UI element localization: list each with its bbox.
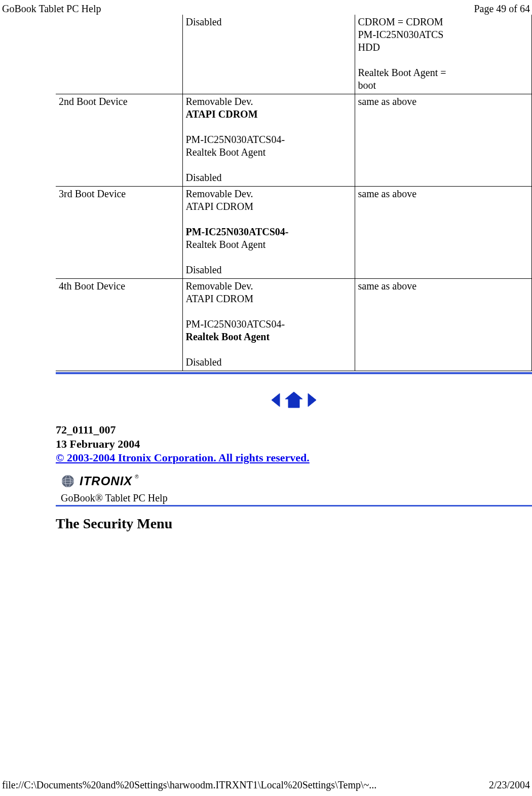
cell-label: 4th Boot Device	[56, 279, 182, 371]
blank	[186, 251, 352, 264]
option-text: Removable Dev.	[186, 188, 352, 200]
brand-logo: ITRONIX ®	[61, 474, 532, 488]
globe-icon	[61, 474, 75, 488]
svg-marker-0	[272, 393, 280, 407]
security-heading: The Security Menu	[56, 516, 532, 532]
cell-options: Removable Dev. ATAPI CDROM PM-IC25N030AT…	[182, 279, 355, 371]
cell-label: 3rd Boot Device	[56, 187, 182, 279]
prev-icon[interactable]	[271, 393, 284, 405]
section-divider	[56, 372, 532, 374]
footer-date: 2/23/2004	[489, 779, 530, 791]
table-row: 3rd Boot Device Removable Dev. ATAPI CDR…	[56, 187, 532, 279]
table-row: 4th Boot Device Removable Dev. ATAPI CDR…	[56, 279, 532, 371]
option-text-selected: PM-IC25N030ATCS04-	[186, 226, 352, 238]
option-text-selected: Realtek Boot Agent	[186, 331, 352, 343]
page-indicator: Page 49 of 64	[474, 3, 530, 15]
option-text: ATAPI CDROM	[186, 293, 352, 305]
doc-meta: 72_0111_007 13 February 2004 © 2003-2004…	[56, 423, 532, 465]
cell-options: Removable Dev. ATAPI CDROM PM-IC25N030AT…	[182, 94, 355, 187]
option-text: PM-IC25N030ATCS04-	[186, 318, 352, 331]
blank	[186, 213, 352, 226]
nav-icons	[56, 391, 532, 409]
option-text: Removable Dev.	[186, 280, 352, 293]
footer-path: file://C:\Documents%20and%20Settings\har…	[2, 779, 376, 791]
option-text: Disabled	[186, 264, 352, 276]
option-text: Disabled	[186, 356, 352, 369]
next-icon[interactable]	[306, 393, 317, 405]
brand-text: ITRONIX	[80, 474, 132, 488]
note-text: PM-IC25N030ATCS	[358, 28, 529, 41]
svg-marker-2	[308, 393, 316, 407]
cell-label: 2nd Boot Device	[56, 94, 182, 187]
option-text: Removable Dev.	[186, 95, 352, 108]
blank	[186, 121, 352, 133]
blank	[186, 159, 352, 171]
svg-marker-1	[285, 392, 302, 408]
page-footer: file://C:\Documents%20and%20Settings\har…	[0, 779, 532, 791]
note-text: HDD	[358, 41, 529, 54]
doc-date: 13 February 2004	[56, 437, 532, 451]
cell-first-options: Disabled	[182, 15, 355, 94]
doc-code: 72_0111_007	[56, 423, 532, 437]
home-icon[interactable]	[284, 393, 306, 405]
cell-options: Removable Dev. ATAPI CDROM PM-IC25N030AT…	[182, 187, 355, 279]
cell-first-label	[56, 15, 182, 94]
cell-note: same as above	[355, 187, 532, 279]
sub-help-title: GoBook® Tablet PC Help	[61, 492, 532, 504]
cell-note: same as above	[355, 94, 532, 187]
blank	[358, 54, 529, 66]
content-area: Disabled CDROM = CDROM PM-IC25N030ATCS H…	[0, 15, 532, 532]
section-divider	[56, 505, 532, 506]
option-text: ATAPI CDROM	[186, 200, 352, 213]
registered-icon: ®	[135, 474, 138, 480]
note-text: Realtek Boot Agent =	[358, 66, 529, 79]
cell-first-note: CDROM = CDROM PM-IC25N030ATCS HDD Realte…	[355, 15, 532, 94]
option-text: PM-IC25N030ATCS04-	[186, 133, 352, 146]
boot-device-table: Disabled CDROM = CDROM PM-IC25N030ATCS H…	[56, 15, 532, 371]
option-text: Realtek Boot Agent	[186, 238, 352, 251]
option-text: Realtek Boot Agent	[186, 146, 352, 159]
table-row: Disabled CDROM = CDROM PM-IC25N030ATCS H…	[56, 15, 532, 94]
cell-note: same as above	[355, 279, 532, 371]
blank	[186, 305, 352, 318]
copyright-link[interactable]: © 2003-2004 Itronix Corporation. All rig…	[56, 451, 310, 464]
option-text: Disabled	[186, 16, 352, 28]
page-header: GoBook Tablet PC Help Page 49 of 64	[0, 0, 532, 15]
note-text: boot	[358, 79, 529, 92]
table-row: 2nd Boot Device Removable Dev. ATAPI CDR…	[56, 94, 532, 187]
option-text-selected: ATAPI CDROM	[186, 108, 352, 121]
blank	[186, 343, 352, 356]
doc-title: GoBook Tablet PC Help	[2, 3, 101, 15]
note-text: CDROM = CDROM	[358, 16, 529, 28]
option-text: Disabled	[186, 171, 352, 184]
